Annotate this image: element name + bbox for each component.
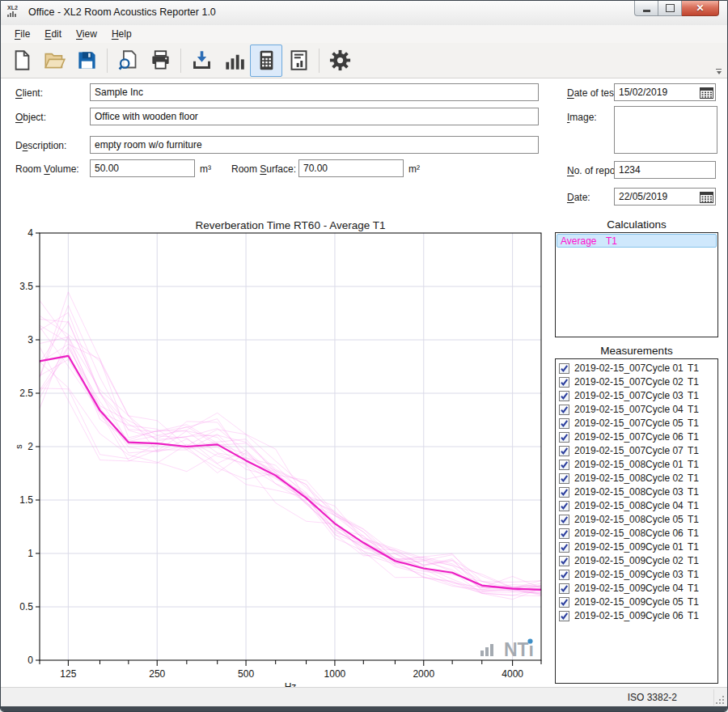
checkbox-checked-icon[interactable]: [559, 446, 569, 456]
save-icon: [76, 49, 98, 71]
description-input[interactable]: [90, 136, 539, 154]
svg-text:Reverberation Time RT60 - Aver: Reverberation Time RT60 - Average T1: [196, 219, 386, 231]
measurement-row[interactable]: 2019-02-15_007Cycle 04 T1: [556, 403, 717, 417]
checkbox-checked-icon[interactable]: [559, 473, 569, 484]
room-surface-input[interactable]: [298, 159, 404, 177]
bar-chart-icon: [223, 49, 245, 71]
measurement-row[interactable]: 2019-02-15_008Cycle 02 T1: [556, 472, 717, 485]
checkbox-checked-icon[interactable]: [559, 501, 569, 511]
checkbox-checked-icon[interactable]: [559, 363, 569, 374]
checkbox-checked-icon[interactable]: [559, 542, 569, 553]
open-file-button[interactable]: [38, 44, 70, 77]
svg-text:2000: 2000: [413, 668, 434, 680]
date-of-test-calendar-button[interactable]: [699, 86, 713, 99]
checkbox-checked-icon[interactable]: [559, 377, 569, 388]
measurement-row[interactable]: 2019-02-15_008Cycle 01 T1: [556, 458, 717, 472]
minimize-button[interactable]: [634, 1, 658, 16]
titlebar[interactable]: XL2 Office - XL2 Room Acoustics Reporter…: [1, 1, 727, 26]
checkbox-checked-icon[interactable]: [559, 418, 569, 429]
object-input[interactable]: [90, 108, 539, 125]
measurement-row[interactable]: 2019-02-15_008Cycle 05 T1: [556, 513, 717, 527]
measurement-row[interactable]: 2019-02-15_009Cycle 05 T1: [556, 595, 717, 609]
print-preview-button[interactable]: [112, 44, 144, 77]
save-button[interactable]: [70, 44, 103, 77]
calendar-icon: [700, 191, 713, 203]
client-input[interactable]: [90, 83, 539, 101]
close-button[interactable]: ✕: [682, 1, 719, 16]
measurement-type: T1: [688, 569, 699, 580]
measurement-row[interactable]: 2019-02-15_007Cycle 03 T1: [556, 389, 717, 403]
image-box[interactable]: [614, 106, 717, 154]
measurement-type: T1: [688, 404, 699, 415]
calculation-row-selected[interactable]: Average T1: [557, 234, 717, 248]
print-button[interactable]: [144, 44, 176, 77]
menu-edit[interactable]: Edit: [37, 27, 69, 41]
measurement-row[interactable]: 2019-02-15_007Cycle 01 T1: [556, 362, 717, 375]
report-button[interactable]: [282, 44, 315, 77]
checkbox-checked-icon[interactable]: [559, 528, 569, 539]
measurement-label: 2019-02-15_009Cycle 05: [574, 596, 684, 608]
measurement-row[interactable]: 2019-02-15_009Cycle 06 T1: [556, 609, 717, 623]
svg-text:4: 4: [28, 227, 33, 239]
measurement-row[interactable]: 2019-02-15_008Cycle 03 T1: [556, 485, 717, 499]
svg-text:3.5: 3.5: [19, 281, 33, 292]
svg-text:1000: 1000: [324, 668, 346, 680]
print-icon: [150, 49, 171, 71]
resize-grip-icon[interactable]: [722, 702, 724, 704]
measurement-row[interactable]: 2019-02-15_007Cycle 07 T1: [556, 444, 717, 458]
measurement-label: 2019-02-15_009Cycle 02: [574, 555, 684, 566]
measurement-row[interactable]: 2019-02-15_009Cycle 02 T1: [556, 554, 717, 568]
measurement-row[interactable]: 2019-02-15_009Cycle 04 T1: [556, 582, 717, 595]
svg-text:0: 0: [28, 655, 33, 666]
measurement-row[interactable]: 2019-02-15_007Cycle 06 T1: [556, 430, 717, 444]
room-volume-label: Room Volume:: [15, 163, 79, 175]
checkbox-checked-icon[interactable]: [559, 515, 569, 525]
measurement-type: T1: [688, 500, 699, 511]
calculator-button[interactable]: [250, 44, 282, 77]
room-volume-input[interactable]: [90, 159, 195, 177]
measurement-row[interactable]: 2019-02-15_009Cycle 03 T1: [556, 568, 717, 582]
date-calendar-button[interactable]: [699, 190, 713, 203]
menu-view[interactable]: View: [69, 27, 104, 41]
no-of-report-input[interactable]: [614, 161, 716, 179]
maximize-button[interactable]: [658, 1, 682, 16]
measurement-label: 2019-02-15_007Cycle 06: [574, 431, 684, 443]
measurement-row[interactable]: 2019-02-15_008Cycle 06 T1: [556, 527, 717, 540]
checkbox-checked-icon[interactable]: [559, 583, 569, 594]
toolbar-separator: [107, 49, 108, 73]
measurement-type: T1: [688, 445, 699, 456]
measurement-type: T1: [688, 459, 699, 470]
new-document-button[interactable]: [6, 44, 38, 77]
svg-text:500: 500: [238, 668, 254, 680]
checkbox-checked-icon[interactable]: [559, 487, 569, 498]
room-surface-unit: m²: [408, 163, 420, 175]
checkbox-checked-icon[interactable]: [559, 391, 569, 401]
checkbox-checked-icon[interactable]: [559, 597, 569, 608]
measurement-row[interactable]: 2019-02-15_008Cycle 04 T1: [556, 499, 717, 513]
measurement-type: T1: [688, 555, 699, 566]
checkbox-checked-icon[interactable]: [559, 432, 569, 443]
client-label: Client:: [15, 87, 43, 99]
svg-text:0.5: 0.5: [19, 601, 33, 612]
measurement-row[interactable]: 2019-02-15_007Cycle 02 T1: [556, 375, 717, 389]
settings-button[interactable]: [324, 44, 356, 77]
checkbox-checked-icon[interactable]: [559, 611, 569, 621]
measurements-list[interactable]: 2019-02-15_007Cycle 01 T1 2019-02-15_007…: [555, 358, 718, 684]
calculations-title: Calculations: [555, 218, 718, 231]
checkbox-checked-icon[interactable]: [559, 460, 569, 470]
measurement-row[interactable]: 2019-02-15_007Cycle 05 T1: [556, 417, 717, 430]
window-bottom-frame: [1, 706, 727, 712]
room-surface-label: Room Surface:: [231, 163, 296, 175]
bar-chart-button[interactable]: [218, 44, 250, 77]
svg-text:125: 125: [60, 668, 76, 680]
menu-file[interactable]: File: [7, 27, 37, 41]
date-label: Date:: [567, 192, 590, 203]
calculations-list[interactable]: Average T1: [555, 232, 718, 337]
export-button[interactable]: [185, 44, 218, 77]
checkbox-checked-icon[interactable]: [559, 405, 569, 415]
checkbox-checked-icon[interactable]: [559, 570, 569, 580]
measurement-row[interactable]: 2019-02-15_009Cycle 01 T1: [556, 540, 717, 554]
checkbox-checked-icon[interactable]: [559, 556, 569, 566]
toolbar-overflow-button[interactable]: [714, 69, 723, 74]
menu-help[interactable]: Help: [104, 27, 139, 41]
